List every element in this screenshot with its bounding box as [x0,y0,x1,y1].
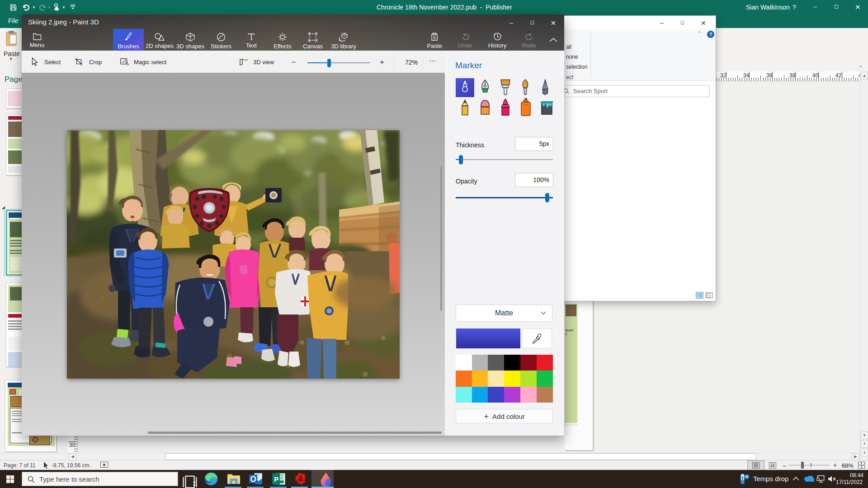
svg-text:P: P [274,475,278,483]
